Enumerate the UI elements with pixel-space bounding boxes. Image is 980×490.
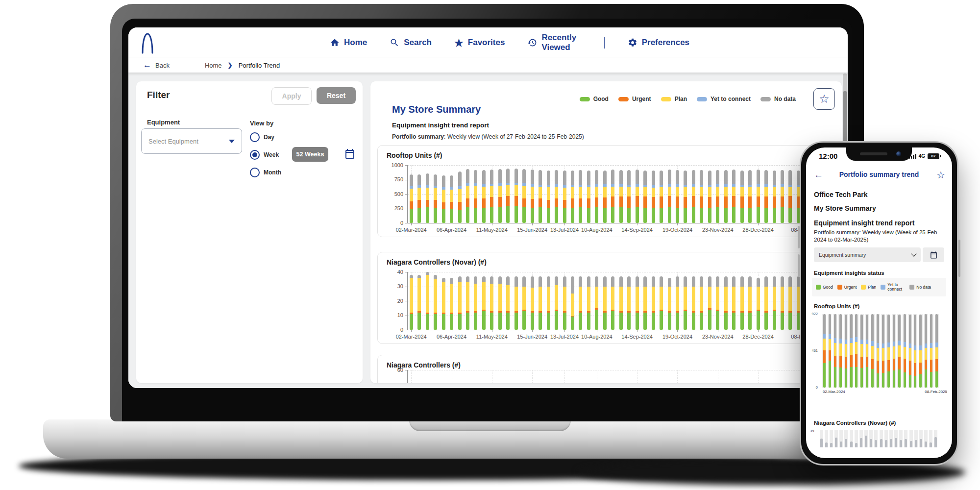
bar-segment-good [426,207,429,223]
bar-segment-urgent [627,196,631,207]
bar-segment-good [636,207,639,223]
bar-segment-good [935,371,938,388]
bar-segment-plan [547,287,550,311]
bar-segment-plan [587,287,590,311]
site-name: Office Tech Park [814,191,867,198]
bar-segment-good [595,207,598,223]
bar-segment-no_data [829,314,831,334]
bar-segment-urgent [877,361,879,373]
bar-segment-no_data [866,315,868,340]
calendar-icon[interactable] [344,148,356,162]
legend-swatch [909,285,914,290]
bar-segment-plan [700,287,703,311]
bar-segment-plan [732,287,735,311]
chart-bar [850,314,853,388]
chart-bar [522,276,526,330]
nav-item-home[interactable]: Home [330,38,367,48]
view-by-label: View by [250,120,273,127]
nav-item-recently-viewed[interactable]: Recently Viewed [527,33,582,52]
nav-item-preferences[interactable]: Preferences [628,38,689,48]
legend-item-plan: Plan [661,96,687,102]
bar-segment-plan [781,287,784,311]
radio-month[interactable]: Month [250,168,281,177]
bar-segment-good [636,313,639,330]
bar-segment-good [788,313,792,330]
reset-button[interactable]: Reset [317,87,356,104]
bar-segment-plan [925,348,927,360]
h-gridline [407,209,827,209]
chart-bar [417,275,421,330]
bar-segment-no_data [450,278,453,284]
calendar-icon[interactable] [923,247,944,262]
bar-segment-no_data [764,170,768,184]
breadcrumb-home[interactable]: Home [205,62,222,69]
chart-bar [895,438,897,447]
bar-segment-good [700,313,703,330]
bar-segment-plan [547,187,550,199]
bar-segment-no_data [531,276,534,288]
bar-segment-no_data [684,276,687,287]
bar-segment-plan [748,287,752,311]
bar-segment-plan [434,188,437,200]
bar-segment-urgent [724,196,728,207]
bar-segment-good [781,207,784,223]
bar-segment-no_data [547,276,550,287]
bar-segment-plan [898,345,901,357]
apply-button[interactable]: Apply [271,87,312,105]
v-gridline [452,370,452,383]
back-button[interactable]: ← Back [143,60,170,70]
bar-segment-good [555,207,558,223]
y-tick-label: 10 [378,312,403,318]
bar-segment-yet_to_connect [935,343,938,347]
chart-bar [930,442,932,447]
bar-segment-plan [426,188,429,200]
bar-segment-urgent [708,197,711,208]
bar-segment-plan [834,343,836,356]
bar-segment-good [823,363,826,388]
bar-segment-urgent [764,196,768,207]
nav-item-favorites[interactable]: ★ Favorites [454,38,505,48]
bar-segment-no_data [764,276,768,287]
favorite-report-button[interactable]: ☆ [813,88,835,110]
equipment-summary-select[interactable]: Equipment summary [814,247,921,262]
bar-segment-no_data [426,173,429,185]
chart-bar [579,170,582,223]
bar-segment-no_data [547,171,550,185]
x-axis [407,223,827,223]
legend-label: Good [823,285,833,290]
stage: Home Search ★ Favorites Recently Viewed [0,0,980,490]
h-gridline [407,301,827,301]
bar-segment-good [660,208,663,223]
bar-segment-good [893,370,895,388]
chart-bar [925,314,927,388]
chart-bar [845,315,847,388]
radio-day[interactable]: Day [250,132,274,142]
radio-week[interactable]: Week [250,150,279,160]
bar-segment-plan [531,288,534,311]
chart-bar [547,276,550,330]
bar-segment-no_data [708,171,711,185]
bar-segment-good [603,313,607,330]
chart-bar [871,314,874,388]
equipment-select[interactable]: Select Equipment [141,128,242,154]
bar-segment-urgent [563,200,566,208]
chart-bar [919,315,922,388]
bar-segment-plan [474,186,477,199]
breadcrumb-current: Portfolio Trend [239,62,280,69]
bar-segment-good [531,208,534,223]
bar-segment-plan [764,187,768,196]
bar-segment-good [514,313,518,330]
bar-segment-urgent [579,198,582,207]
star-outline-icon[interactable]: ☆ [936,169,945,181]
bar-segment-no_data [611,276,614,287]
bar-segment-no_data [882,315,884,343]
chart-bar [442,175,445,223]
h-gridline [407,180,827,180]
portfolio-summary-label: Portfolio summary [392,133,444,140]
bar-segment-plan [823,339,826,350]
phone-status-bar: 12:00 4G 87 [806,152,952,160]
bar-segment-urgent [571,198,574,207]
nav-item-search[interactable]: Search [390,38,432,48]
filter-divider [143,111,356,111]
chart-bar [877,314,879,388]
